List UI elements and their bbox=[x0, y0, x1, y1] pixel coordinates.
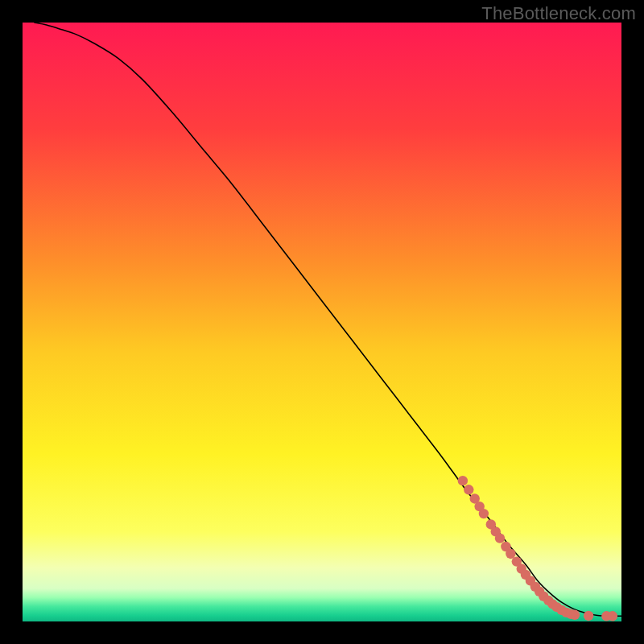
highlight-marker bbox=[458, 476, 468, 485]
chart-background bbox=[23, 23, 621, 621]
chart-svg bbox=[23, 23, 621, 621]
highlight-marker bbox=[495, 533, 505, 543]
highlight-marker bbox=[479, 509, 489, 518]
chart-frame: TheBottleneck.com bbox=[0, 0, 644, 644]
highlight-marker bbox=[608, 611, 617, 621]
highlight-marker bbox=[570, 610, 580, 620]
watermark-text: TheBottleneck.com bbox=[481, 3, 636, 24]
highlight-marker bbox=[584, 611, 593, 621]
highlight-marker bbox=[464, 485, 473, 494]
plot-area bbox=[23, 23, 621, 621]
